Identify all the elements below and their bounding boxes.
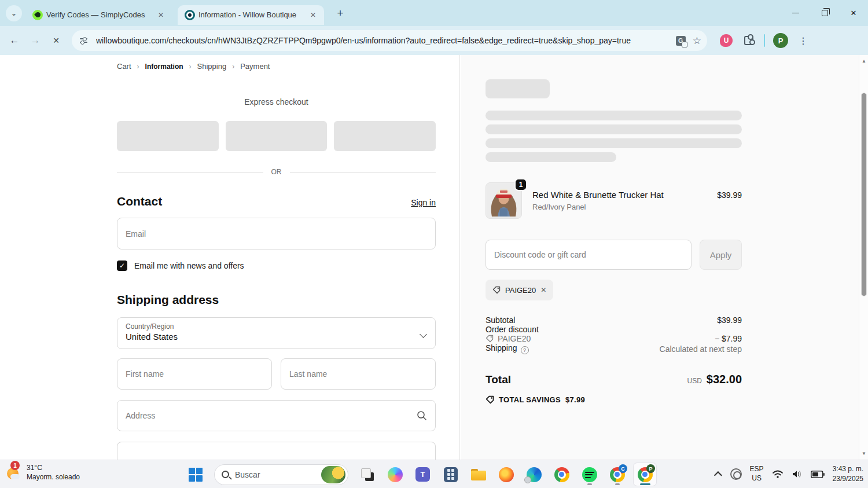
or-label: OR bbox=[271, 168, 282, 176]
scroll-up-icon[interactable]: ▲ bbox=[859, 58, 868, 64]
tab-willow-boutique[interactable]: Information - Willow Boutique ✕ bbox=[178, 5, 324, 25]
date: 23/9/2025 bbox=[833, 474, 863, 484]
tag-icon bbox=[486, 395, 494, 404]
stop-loading-button[interactable]: ✕ bbox=[47, 32, 65, 49]
window-controls: ✕ bbox=[781, 0, 868, 26]
copilot-button[interactable] bbox=[384, 463, 406, 486]
last-name-field[interactable]: Last name bbox=[281, 358, 436, 390]
discount-code-field[interactable]: Discount code or gift card bbox=[486, 240, 692, 270]
bookmark-star-icon[interactable]: ☆ bbox=[693, 35, 701, 47]
shipping-label: Shipping bbox=[486, 343, 517, 353]
new-tab-button[interactable]: + bbox=[332, 5, 348, 21]
order-summary-column: 1 Red White & Brunette Trucker Hat $39.9… bbox=[461, 55, 859, 460]
scroll-down-icon[interactable]: ▼ bbox=[859, 451, 868, 456]
checkout-form-column: Cart › Information › Shipping › Payment … bbox=[0, 55, 460, 460]
back-button[interactable]: ← bbox=[6, 32, 23, 49]
express-button-skeleton[interactable] bbox=[334, 121, 436, 151]
window-close-button[interactable]: ✕ bbox=[839, 0, 868, 26]
tab-strip: ⌄ Verify Codes — SimplyCodes ✕ Informati… bbox=[0, 0, 868, 26]
product-thumbnail: 1 bbox=[486, 182, 522, 219]
search-icon bbox=[222, 471, 229, 478]
or-divider: OR bbox=[117, 168, 436, 176]
taskbar-search[interactable]: Buscar bbox=[214, 464, 348, 485]
savings-label: TOTAL SAVINGS bbox=[499, 395, 561, 404]
chrome-button[interactable] bbox=[550, 463, 573, 486]
start-button[interactable] bbox=[184, 463, 207, 486]
site-settings-icon[interactable] bbox=[80, 36, 89, 45]
window-restore-button[interactable] bbox=[810, 0, 839, 26]
extensions-puzzle-icon[interactable] bbox=[744, 36, 753, 45]
weather-icon: 1 bbox=[6, 464, 22, 480]
tag-icon bbox=[492, 286, 501, 294]
firefox-icon bbox=[499, 467, 514, 482]
file-explorer-button[interactable] bbox=[467, 463, 490, 486]
express-button-skeleton[interactable] bbox=[117, 121, 219, 151]
forward-button[interactable]: → bbox=[27, 32, 44, 49]
tab-simplycodes[interactable]: Verify Codes — SimplyCodes ✕ bbox=[25, 5, 172, 25]
clock[interactable]: 3:43 p. m. 23/9/2025 bbox=[833, 464, 863, 484]
shipping-help-icon[interactable]: ? bbox=[521, 346, 529, 354]
tag-icon bbox=[486, 335, 494, 343]
shipping-value: Calculated at next step bbox=[660, 344, 742, 354]
wifi-icon[interactable] bbox=[772, 469, 784, 479]
url-text[interactable]: willowboutique.com/checkouts/cn/hWN3JtBz… bbox=[96, 36, 676, 45]
product-price: $39.99 bbox=[717, 190, 742, 200]
express-button-skeleton[interactable] bbox=[226, 121, 328, 151]
breadcrumb-separator-icon: › bbox=[137, 63, 139, 71]
breadcrumb-payment: Payment bbox=[240, 62, 270, 71]
summary-skeleton-bar bbox=[486, 152, 616, 162]
total-value: $32.00 bbox=[707, 373, 742, 386]
profile-c-badge: C bbox=[619, 464, 627, 473]
email-field[interactable]: Email bbox=[117, 218, 436, 249]
apply-button[interactable]: Apply bbox=[700, 240, 742, 270]
address-field[interactable]: Address bbox=[117, 400, 436, 431]
chrome-profile-c-button[interactable]: C bbox=[606, 463, 628, 486]
battery-icon[interactable] bbox=[811, 471, 825, 478]
layout-code: US bbox=[750, 474, 764, 483]
search-daily-image[interactable] bbox=[321, 466, 345, 483]
first-name-field[interactable]: First name bbox=[117, 358, 272, 390]
teams-button[interactable]: T bbox=[411, 463, 434, 486]
teams-icon: T bbox=[415, 467, 430, 482]
chrome-profile-p-button[interactable]: P bbox=[634, 463, 656, 486]
spotify-button[interactable] bbox=[578, 463, 601, 486]
weather-widget[interactable]: 1 31°C Mayorm. soleado bbox=[6, 463, 80, 482]
tab-title: Information - Willow Boutique bbox=[198, 10, 304, 19]
tray-app-icon[interactable] bbox=[730, 468, 742, 480]
total-savings-row: TOTAL SAVINGS $7.99 bbox=[486, 395, 742, 404]
calculator-button[interactable] bbox=[439, 463, 462, 486]
profile-avatar[interactable]: P bbox=[773, 33, 788, 48]
newsletter-checkbox[interactable]: ✓ bbox=[117, 260, 127, 271]
tab-close-icon[interactable]: ✕ bbox=[156, 10, 166, 20]
checkout-page: Cart › Information › Shipping › Payment … bbox=[0, 55, 868, 460]
tab-close-icon[interactable]: ✕ bbox=[308, 10, 318, 20]
window-minimize-button[interactable] bbox=[781, 0, 810, 26]
country-select[interactable]: Country/Region United States bbox=[117, 317, 436, 349]
ublock-extension-icon[interactable]: U bbox=[720, 34, 733, 47]
address-bar[interactable]: willowboutique.com/checkouts/cn/hWN3JtBz… bbox=[72, 30, 707, 51]
tray-expand-icon[interactable] bbox=[713, 471, 722, 479]
keyboard-layout[interactable]: ESP US bbox=[750, 465, 764, 483]
scrollbar-thumb[interactable] bbox=[861, 93, 867, 296]
tab-search-button[interactable]: ⌄ bbox=[6, 5, 22, 21]
breadcrumb-cart[interactable]: Cart bbox=[117, 62, 131, 71]
quantity-badge: 1 bbox=[514, 178, 527, 191]
language-code: ESP bbox=[750, 465, 764, 474]
desktop-app-button[interactable] bbox=[356, 463, 378, 486]
country-value: United States bbox=[126, 332, 427, 342]
newsletter-label: Email me with news and offers bbox=[134, 261, 244, 270]
translate-icon[interactable]: G bbox=[676, 36, 686, 46]
edge-button[interactable] bbox=[523, 463, 545, 486]
browser-menu-icon[interactable]: ⋮ bbox=[799, 35, 808, 46]
total-label: Total bbox=[486, 373, 511, 386]
product-variant: Red/Ivory Panel bbox=[532, 203, 742, 211]
remove-discount-icon[interactable]: ✕ bbox=[540, 286, 546, 294]
page-scrollbar[interactable]: ▲ ▼ bbox=[859, 55, 868, 460]
firefox-button[interactable] bbox=[495, 463, 517, 486]
apartment-field-partial[interactable] bbox=[117, 442, 436, 460]
volume-icon[interactable] bbox=[792, 469, 803, 479]
cart-line-item: 1 Red White & Brunette Trucker Hat $39.9… bbox=[486, 182, 742, 219]
sign-in-link[interactable]: Sign in bbox=[411, 198, 436, 207]
toolbar-separator bbox=[764, 34, 765, 47]
spotify-icon bbox=[582, 467, 597, 482]
